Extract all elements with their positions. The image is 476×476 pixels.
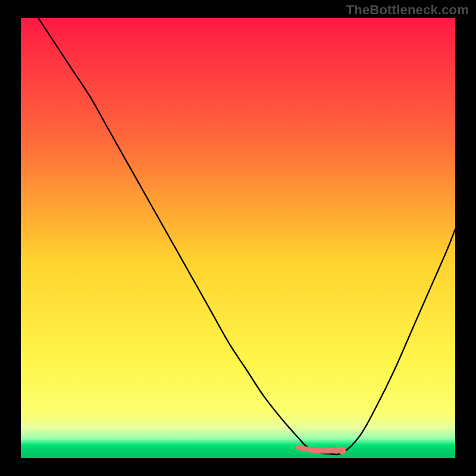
watermark-text: TheBottleneck.com: [346, 2, 469, 18]
chart-frame: TheBottleneck.com: [0, 0, 476, 476]
plot-svg: [21, 18, 455, 458]
optimal-end-marker: [339, 447, 346, 455]
gradient-background: [21, 18, 455, 458]
plot-area: [21, 18, 455, 458]
